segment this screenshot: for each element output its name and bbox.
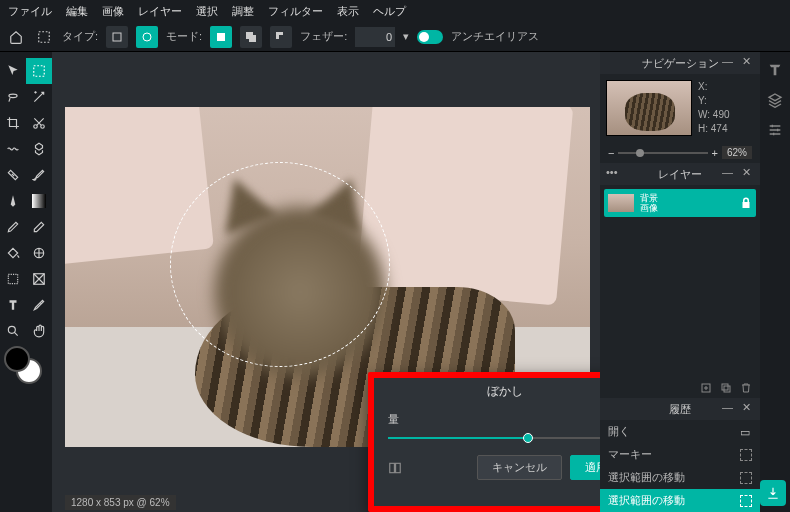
add-layer-icon[interactable]: [700, 382, 712, 394]
layer-thumbnail[interactable]: [608, 194, 634, 212]
svg-rect-3: [217, 33, 225, 41]
frame-tool[interactable]: [26, 266, 52, 292]
mode-label: モード:: [166, 29, 202, 44]
panel-menu-icon[interactable]: •••: [606, 166, 618, 178]
mode-new-button[interactable]: [210, 26, 232, 48]
menubar: ファイル 編集 画像 レイヤー 選択 調整 フィルター 表示 ヘルプ: [0, 0, 790, 22]
type-ellipse-button[interactable]: [136, 26, 158, 48]
zoom-in-button[interactable]: +: [712, 147, 718, 159]
selection-marquee[interactable]: [170, 162, 390, 367]
tool-palette: [0, 52, 52, 512]
navigator-info: X: Y: W: 490 H: 474: [698, 80, 730, 136]
history-step-icon: ▭: [740, 426, 752, 438]
antialias-label: アンチエイリアス: [451, 29, 539, 44]
type-label: タイプ:: [62, 29, 98, 44]
navigator-title: ナビゲーション: [642, 56, 719, 71]
download-button[interactable]: [760, 480, 786, 506]
lasso-tool[interactable]: [0, 84, 26, 110]
layers-panel-icon[interactable]: [767, 92, 783, 108]
text-panel-icon[interactable]: [767, 62, 783, 78]
svg-rect-0: [39, 31, 50, 42]
svg-rect-7: [279, 35, 286, 42]
delete-layer-icon[interactable]: [740, 382, 752, 394]
amount-slider[interactable]: [388, 431, 600, 445]
layer-item[interactable]: 背景 画像: [604, 189, 756, 217]
amount-label: 量: [388, 412, 399, 427]
text-tool[interactable]: [0, 292, 26, 318]
picker-tool[interactable]: [26, 292, 52, 318]
status-bar: 1280 x 853 px @ 62%: [65, 495, 176, 510]
fill-tool[interactable]: [0, 240, 26, 266]
navigator-body: X: Y: W: 490 H: 474: [600, 74, 760, 142]
clone-tool[interactable]: [26, 136, 52, 162]
svg-rect-16: [390, 463, 395, 472]
svg-rect-20: [724, 386, 730, 392]
crop-tool[interactable]: [0, 110, 26, 136]
cut-tool[interactable]: [26, 110, 52, 136]
menu-filter[interactable]: フィルター: [268, 4, 323, 19]
menu-file[interactable]: ファイル: [8, 4, 52, 19]
compare-icon[interactable]: [388, 461, 402, 475]
dialog-title: ぼかし ✕: [374, 378, 600, 404]
marquee-icon[interactable]: [34, 27, 54, 47]
history-step-icon: [740, 449, 752, 461]
history-item[interactable]: 開く▭: [600, 420, 760, 443]
adjust-panel-icon[interactable]: [767, 122, 783, 138]
svg-point-2: [143, 33, 151, 41]
svg-rect-13: [8, 274, 17, 283]
marquee-tool[interactable]: [26, 58, 52, 84]
zoom-out-button[interactable]: −: [608, 147, 614, 159]
svg-rect-19: [722, 384, 728, 390]
history-item[interactable]: 選択範囲の移動: [600, 489, 760, 512]
menu-help[interactable]: ヘルプ: [373, 4, 406, 19]
mode-add-button[interactable]: [240, 26, 262, 48]
panel-controls[interactable]: — ✕: [722, 166, 754, 179]
history-item[interactable]: 選択範囲の移動: [600, 466, 760, 489]
move-tool[interactable]: [0, 58, 26, 84]
zoom-value: 62%: [722, 146, 752, 159]
color-swatches[interactable]: [0, 344, 52, 388]
panel-controls[interactable]: — ✕: [722, 55, 754, 68]
antialias-toggle[interactable]: [417, 30, 443, 44]
shape-tool[interactable]: [0, 266, 26, 292]
gradient-tool[interactable]: [26, 188, 52, 214]
navigator-header: ナビゲーション — ✕: [600, 52, 760, 74]
eraser-tool[interactable]: [26, 214, 52, 240]
brush-tool[interactable]: [26, 162, 52, 188]
panel-controls[interactable]: — ✕: [722, 401, 754, 414]
zoom-slider[interactable]: [618, 152, 707, 154]
menu-adjust[interactable]: 調整: [232, 4, 254, 19]
heal-tool[interactable]: [0, 162, 26, 188]
history-item[interactable]: マーキー: [600, 443, 760, 466]
history-step-icon: [740, 495, 752, 507]
right-rail: [760, 52, 790, 512]
zoom-tool[interactable]: [0, 318, 26, 344]
history-header: 履歴 — ✕: [600, 398, 760, 420]
navigator-thumbnail[interactable]: [606, 80, 692, 136]
mode-sub-button[interactable]: [270, 26, 292, 48]
hand-tool[interactable]: [26, 318, 52, 344]
wand-tool[interactable]: [26, 84, 52, 110]
replace-color-tool[interactable]: [26, 240, 52, 266]
apply-button[interactable]: 適用: [570, 455, 600, 480]
foreground-color[interactable]: [4, 346, 30, 372]
duplicate-layer-icon[interactable]: [720, 382, 732, 394]
canvas-area[interactable]: 1280 x 853 px @ 62% ぼかし ✕ 量 60 キャンセル 適用: [52, 52, 600, 512]
menu-select[interactable]: 選択: [196, 4, 218, 19]
blur-dialog: ぼかし ✕ 量 60 キャンセル 適用: [368, 372, 600, 512]
menu-image[interactable]: 画像: [102, 4, 124, 19]
draw-tool[interactable]: [0, 214, 26, 240]
feather-dropdown-icon[interactable]: ▾: [403, 30, 409, 43]
menu-layer[interactable]: レイヤー: [138, 4, 182, 19]
liquify-tool[interactable]: [0, 136, 26, 162]
feather-input[interactable]: [355, 27, 395, 47]
lock-icon[interactable]: [740, 197, 752, 209]
cancel-button[interactable]: キャンセル: [477, 455, 562, 480]
type-rect-button[interactable]: [106, 26, 128, 48]
right-panels: ナビゲーション — ✕ X: Y: W: 490 H: 474 − + 62% …: [600, 52, 760, 512]
menu-edit[interactable]: 編集: [66, 4, 88, 19]
layers-title: レイヤー: [658, 167, 702, 182]
sharpen-tool[interactable]: [0, 188, 26, 214]
menu-view[interactable]: 表示: [337, 4, 359, 19]
home-icon[interactable]: [6, 27, 26, 47]
